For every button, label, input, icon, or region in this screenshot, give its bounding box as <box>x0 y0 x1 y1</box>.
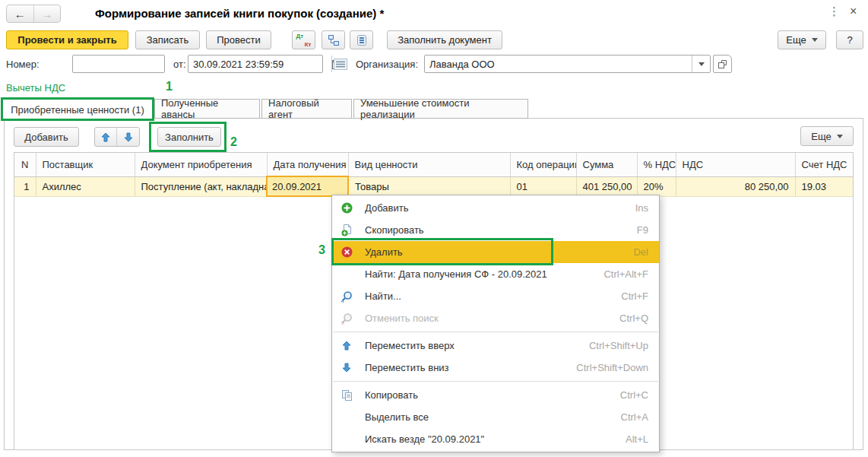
post-button[interactable]: Провести <box>206 30 271 49</box>
arrow-down-icon <box>124 132 133 142</box>
date-field-box <box>188 55 323 73</box>
register-records-button[interactable] <box>350 30 373 49</box>
organization-dropdown-button[interactable] <box>692 56 710 72</box>
window-menu-icon[interactable]: ⋮ <box>828 5 840 18</box>
number-label: Номер: <box>6 59 40 70</box>
no-icon <box>340 411 353 424</box>
post-and-close-button[interactable]: Провести и закрыть <box>6 30 128 49</box>
column-header-supplier[interactable]: Поставщик <box>36 153 135 176</box>
arrow-down-icon <box>340 362 353 374</box>
dt-label: Дт <box>296 33 304 40</box>
cell-n[interactable]: 1 <box>14 176 36 196</box>
column-header-sum[interactable]: Сумма <box>576 153 637 176</box>
add-plus-icon <box>340 202 353 214</box>
move-row-buttons <box>94 127 140 147</box>
kt-label: Кт <box>305 41 312 48</box>
find-icon <box>340 290 353 303</box>
back-button[interactable]: ← <box>7 5 34 22</box>
fill-button[interactable]: Заполнить <box>157 127 221 147</box>
menu-item-label: Выделить все <box>365 411 612 423</box>
menu-item-select-all[interactable]: Выделить все Ctrl+A <box>332 406 659 428</box>
menu-item-shortcut: Ctrl+Shift+Up <box>589 340 648 351</box>
menu-item-move-down[interactable]: Переместить вниз Ctrl+Shift+Down <box>332 357 659 379</box>
document-structure-button[interactable] <box>322 30 345 49</box>
cell-vat[interactable]: 80 250,00 <box>676 176 795 196</box>
move-down-button[interactable] <box>117 128 139 146</box>
cell-doc[interactable]: Поступление (акт, накладна... <box>135 176 267 196</box>
menu-item-search-everywhere[interactable]: Искать везде "20.09.2021" Alt+L <box>332 428 659 450</box>
no-icon <box>340 433 353 446</box>
organization-field-box <box>424 55 711 73</box>
menu-item-delete[interactable]: Удалить Del <box>332 241 659 263</box>
menu-item-move-up[interactable]: Переместить вверх Ctrl+Shift+Up <box>332 335 659 357</box>
column-header-kind[interactable]: Вид ценности <box>348 153 510 176</box>
close-icon[interactable]: × <box>850 5 857 18</box>
tab-acquired-values[interactable]: Приобретенные ценности (1) <box>2 99 153 119</box>
menu-item-shortcut: Ctrl+Q <box>619 313 648 324</box>
move-up-button[interactable] <box>95 128 117 146</box>
annotation-digit-3: 3 <box>318 243 325 257</box>
help-button[interactable]: ? <box>836 30 863 49</box>
fill-document-button[interactable]: Заполнить документ <box>387 30 502 49</box>
tab-received-advances[interactable]: Полученные авансы <box>154 99 260 119</box>
organization-open-button[interactable] <box>713 55 732 73</box>
organization-input[interactable] <box>425 56 692 72</box>
cell-date-selected[interactable]: 20.09.2021 <box>267 176 348 196</box>
menu-item-shortcut: Ctrl+Alt+F <box>603 268 648 280</box>
menu-item-label: Переместить вниз <box>365 362 567 373</box>
column-header-doc[interactable]: Документ приобретения <box>135 153 267 176</box>
menu-item-shortcut: Ctrl+C <box>620 389 648 401</box>
menu-item-label: Переместить вверх <box>365 340 580 351</box>
column-header-n[interactable]: N <box>14 153 36 176</box>
document-window: ← → Формирование записей книги покупок (… <box>0 0 868 457</box>
arrow-up-icon <box>101 132 110 142</box>
menu-item-shortcut: Del <box>633 246 648 258</box>
menu-item-label: Искать везде "20.09.2021" <box>365 433 616 445</box>
cell-opcode[interactable]: 01 <box>510 176 576 196</box>
menu-item-clipboard-copy[interactable]: Копировать Ctrl+C <box>332 384 659 406</box>
column-header-opcode[interactable]: Код операции <box>510 153 576 176</box>
cell-supplier[interactable]: Ахиллес <box>36 176 135 196</box>
menu-item-find[interactable]: Найти... Ctrl+F <box>332 285 659 307</box>
tab-sales-cost-reduction[interactable]: Уменьшение стоимости реализации <box>353 99 528 119</box>
annotation-digit-2: 2 <box>230 135 237 149</box>
forward-button[interactable]: → <box>34 5 61 22</box>
dtkt-postings-button[interactable]: Дт Кт <box>292 30 315 49</box>
menu-item-find-by-value[interactable]: Найти: Дата получения СФ - 20.09.2021 Ct… <box>332 263 659 285</box>
tab-tax-agent[interactable]: Налоговый агент <box>261 99 352 119</box>
date-input[interactable] <box>188 56 331 72</box>
add-row-button[interactable]: Добавить <box>14 127 79 147</box>
menu-item-label: Добавить <box>365 202 626 214</box>
column-header-vataccount[interactable]: Счет НДС <box>795 153 853 176</box>
cell-vataccount[interactable]: 19.03 <box>795 176 853 196</box>
menu-separator <box>333 332 658 332</box>
clipboard-copy-icon <box>340 389 353 401</box>
cell-sum[interactable]: 401 250,00 <box>576 176 637 196</box>
menu-item-add[interactable]: Добавить Ins <box>332 197 659 219</box>
column-header-date[interactable]: Дата получения СФ <box>267 153 348 176</box>
delete-icon <box>340 246 353 259</box>
menu-item-copy-row[interactable]: Скопировать F9 <box>332 219 659 241</box>
column-header-vat[interactable]: НДС <box>676 153 795 176</box>
annotation-digit-1: 1 <box>166 80 173 94</box>
more-button-top[interactable]: Еще <box>778 30 826 49</box>
more-button-list[interactable]: Еще <box>800 126 854 146</box>
history-nav: ← → <box>6 5 61 23</box>
page-title: Формирование записей книги покупок (созд… <box>95 7 384 20</box>
menu-item-shortcut: Ctrl+Shift+Down <box>576 362 648 373</box>
menu-item-shortcut: Ins <box>635 202 648 214</box>
cell-kind[interactable]: Товары <box>348 176 510 196</box>
arrow-up-icon <box>340 340 353 352</box>
number-field-box <box>72 55 165 73</box>
vat-deductions-group-label: Вычеты НДС <box>6 82 65 94</box>
save-button[interactable]: Записать <box>135 30 200 49</box>
document-register-list-button[interactable] <box>332 57 349 71</box>
cell-vatrate[interactable]: 20% <box>637 176 676 196</box>
menu-item-label: Копировать <box>365 389 611 401</box>
table-header-row: N Поставщик Документ приобретения Дата п… <box>14 153 853 176</box>
forward-icon: → <box>41 8 52 21</box>
column-header-vatrate[interactable]: % НДС <box>637 153 676 176</box>
structure-icon <box>328 34 340 46</box>
menu-item-label: Скопировать <box>365 224 628 236</box>
menu-item-shortcut: F9 <box>637 224 648 236</box>
